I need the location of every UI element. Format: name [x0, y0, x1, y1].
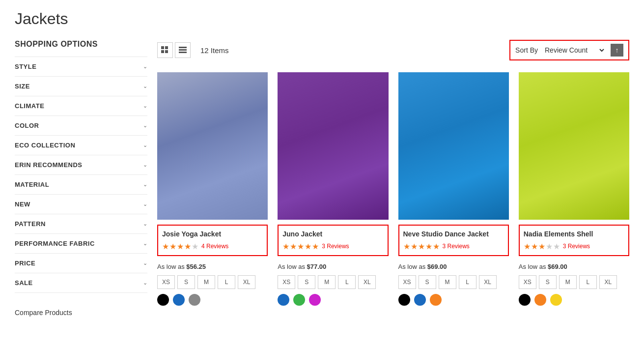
- grid-view-button[interactable]: [157, 42, 173, 58]
- size-button-s[interactable]: S: [419, 275, 436, 289]
- size-button-xs[interactable]: XS: [157, 275, 175, 289]
- color-swatch[interactable]: [309, 294, 321, 306]
- size-button-xs[interactable]: XS: [519, 275, 536, 289]
- product-price-neve: As low as $69.00: [398, 263, 509, 270]
- star-full: ★: [162, 242, 169, 251]
- color-swatch[interactable]: [550, 294, 562, 306]
- product-image-josie[interactable]: [157, 72, 268, 220]
- size-button-xl[interactable]: XL: [479, 275, 497, 289]
- chevron-down-icon: ⌄: [143, 122, 147, 129]
- filter-label-new: NEW: [15, 201, 30, 208]
- star-full: ★: [411, 242, 418, 251]
- chevron-down-icon: ⌄: [143, 240, 147, 247]
- size-button-m[interactable]: M: [318, 275, 336, 289]
- size-button-m[interactable]: M: [197, 275, 215, 289]
- size-button-xl[interactable]: XL: [238, 275, 255, 289]
- sidebar-filter-material[interactable]: MATERIAL⌄: [15, 174, 147, 194]
- star-half: ★: [184, 242, 191, 251]
- color-swatch[interactable]: [398, 294, 410, 306]
- product-image-nadia[interactable]: [519, 72, 629, 220]
- star-full: ★: [418, 242, 425, 251]
- size-button-xl[interactable]: XL: [599, 275, 617, 289]
- chevron-down-icon: ⌄: [143, 201, 147, 207]
- sidebar-filter-color[interactable]: COLOR⌄: [15, 116, 147, 135]
- sidebar-filter-erin-recommends[interactable]: ERIN RECOMMENDS⌄: [15, 155, 147, 174]
- filter-label-climate: CLIMATE: [15, 102, 44, 110]
- filter-label-price: PRICE: [15, 260, 35, 267]
- color-swatch[interactable]: [173, 294, 185, 306]
- star-full: ★: [403, 242, 410, 251]
- review-link-josie[interactable]: 4 Reviews: [201, 243, 228, 250]
- color-swatch[interactable]: [278, 294, 289, 306]
- item-count: 12 Items: [200, 46, 229, 55]
- size-button-xs[interactable]: XS: [278, 275, 295, 289]
- product-price-josie: As low as $56.25: [157, 263, 268, 270]
- svg-rect-5: [179, 49, 187, 51]
- size-button-l[interactable]: L: [459, 275, 476, 289]
- sidebar-filter-climate[interactable]: CLIMATE⌄: [15, 96, 147, 116]
- size-button-xs[interactable]: XS: [398, 275, 416, 289]
- svg-rect-2: [161, 50, 164, 53]
- size-button-s[interactable]: S: [177, 275, 195, 289]
- filter-label-pattern: PATTERN: [15, 220, 46, 228]
- sidebar-filter-new[interactable]: NEW⌄: [15, 194, 147, 214]
- size-button-s[interactable]: S: [539, 275, 557, 289]
- color-swatch[interactable]: [157, 294, 169, 306]
- product-name-nadia[interactable]: Nadia Elements Shell: [524, 230, 624, 238]
- sidebar-filter-size[interactable]: SIZE⌄: [15, 76, 147, 96]
- star-full: ★: [531, 242, 538, 251]
- product-name-juno[interactable]: Juno Jacket: [282, 230, 383, 238]
- star-empty: ★: [553, 242, 560, 251]
- product-image-neve[interactable]: [398, 72, 509, 220]
- chevron-down-icon: ⌄: [143, 221, 147, 227]
- sidebar-filter-pattern[interactable]: PATTERN⌄: [15, 214, 147, 233]
- star-full: ★: [524, 242, 531, 251]
- rating-row-nadia: ★★★★★ 3 Reviews: [524, 242, 624, 251]
- star-full: ★: [169, 242, 176, 251]
- size-options-josie: XSSMLXL: [157, 275, 268, 289]
- chevron-down-icon: ⌄: [143, 181, 147, 188]
- size-button-s[interactable]: S: [298, 275, 315, 289]
- sort-asc-button[interactable]: [611, 44, 623, 57]
- compare-products-link[interactable]: Compare Products: [15, 309, 72, 317]
- size-button-l[interactable]: L: [218, 275, 235, 289]
- sidebar-filter-performance-fabric[interactable]: PERFORMANCE FABRIC⌄: [15, 233, 147, 253]
- sort-by-label: Sort By: [515, 46, 538, 54]
- color-swatch[interactable]: [293, 294, 305, 306]
- review-link-neve[interactable]: 3 Reviews: [443, 243, 470, 250]
- size-button-m[interactable]: M: [439, 275, 456, 289]
- product-card-nadia: Nadia Elements Shell ★★★★★ 3 Reviews As …: [519, 72, 629, 306]
- sidebar-filter-price[interactable]: PRICE⌄: [15, 253, 147, 273]
- product-name-neve[interactable]: Neve Studio Dance Jacket: [403, 230, 504, 238]
- color-swatch[interactable]: [534, 294, 546, 306]
- sort-select[interactable]: Review CountPriceNameNewest: [543, 46, 606, 55]
- product-info-box-neve: Neve Studio Dance Jacket ★★★★★ 3 Reviews: [398, 225, 509, 256]
- rating-row-neve: ★★★★★ 3 Reviews: [403, 242, 504, 251]
- toolbar-left: 12 Items: [157, 42, 229, 58]
- sidebar-filter-style[interactable]: STYLE⌄: [15, 57, 147, 76]
- color-options-neve: [398, 294, 509, 306]
- review-link-nadia[interactable]: 3 Reviews: [563, 243, 590, 250]
- product-info-box-juno: Juno Jacket ★★★★★ 3 Reviews: [278, 225, 388, 256]
- chevron-down-icon: ⌄: [143, 162, 147, 168]
- product-name-josie[interactable]: Josie Yoga Jacket: [162, 230, 263, 238]
- filter-label-sale: SALE: [15, 279, 33, 287]
- sidebar-filter-sale[interactable]: SALE⌄: [15, 273, 147, 293]
- size-button-xl[interactable]: XL: [358, 275, 376, 289]
- product-card-neve: Neve Studio Dance Jacket ★★★★★ 3 Reviews…: [398, 72, 509, 306]
- color-swatch[interactable]: [189, 294, 200, 306]
- color-swatch[interactable]: [414, 294, 426, 306]
- review-link-juno[interactable]: 3 Reviews: [322, 243, 349, 250]
- list-view-button[interactable]: [175, 42, 191, 58]
- filter-label-style: STYLE: [15, 63, 36, 70]
- sidebar-filter-eco-collection[interactable]: ECO COLLECTION⌄: [15, 135, 147, 155]
- stars-nadia: ★★★★★: [524, 242, 560, 251]
- size-button-l[interactable]: L: [338, 275, 356, 289]
- product-image-juno[interactable]: [278, 72, 388, 220]
- size-button-m[interactable]: M: [559, 275, 577, 289]
- size-button-l[interactable]: L: [579, 275, 597, 289]
- color-swatch[interactable]: [430, 294, 442, 306]
- color-swatch[interactable]: [519, 294, 531, 306]
- size-options-nadia: XSSMLXL: [519, 275, 629, 289]
- svg-rect-6: [179, 52, 187, 53]
